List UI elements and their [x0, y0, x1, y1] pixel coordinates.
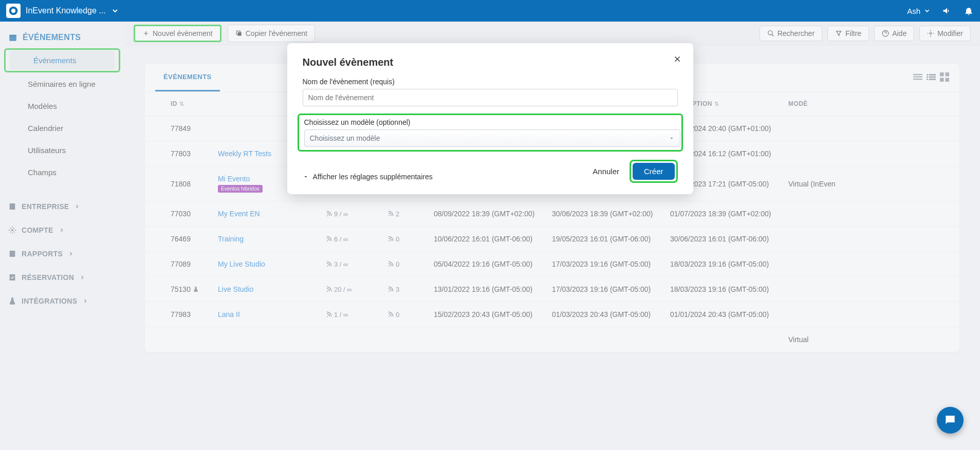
topbar: InEvent Knowledge ... Ash	[0, 0, 980, 22]
chevron-down-icon	[923, 7, 931, 14]
megaphone-icon[interactable]	[942, 6, 952, 16]
new-event-modal: Nouvel évènement Nom de l'évènement (req…	[287, 43, 693, 194]
create-button[interactable]: Créer	[633, 163, 675, 180]
template-label: Choisissez un modèle (optionnel)	[304, 118, 678, 126]
svg-point-1	[11, 9, 15, 13]
template-select[interactable]: Choisissez un modèle	[304, 129, 680, 147]
chat-widget[interactable]	[937, 407, 964, 434]
cancel-button[interactable]: Annuler	[593, 167, 619, 176]
user-menu[interactable]: Ash	[907, 7, 931, 15]
caret-down-icon	[303, 174, 309, 180]
company-name: InEvent Knowledge ...	[26, 6, 106, 15]
modal-title: Nouvel évènement	[303, 57, 678, 68]
dropdown-caret-icon	[669, 135, 675, 141]
bell-icon[interactable]	[964, 6, 974, 16]
close-icon[interactable]	[673, 54, 682, 66]
user-name: Ash	[907, 7, 920, 15]
logo	[6, 4, 21, 18]
event-name-label: Nom de l'évènement (requis)	[303, 78, 678, 86]
chat-icon	[944, 414, 957, 427]
chevron-down-icon[interactable]	[111, 7, 119, 15]
event-name-input[interactable]	[303, 89, 678, 106]
advanced-settings-toggle[interactable]: Afficher les réglages supplémentaires	[303, 173, 433, 181]
